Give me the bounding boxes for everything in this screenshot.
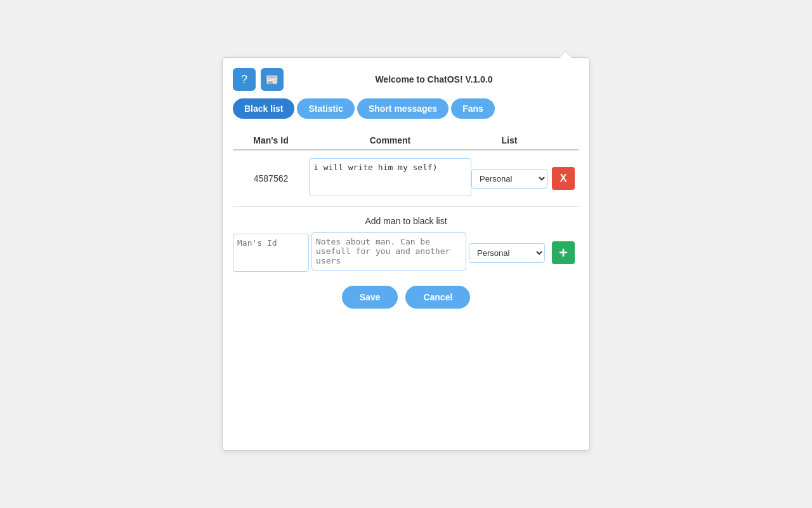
add-comment-input[interactable] (311, 232, 466, 271)
col-action (547, 135, 579, 145)
toolbar: ? 📰 Welcome to ChatOS! V.1.0.0 (233, 68, 579, 91)
add-button[interactable]: + (552, 241, 575, 264)
row-man-id: 4587562 (233, 173, 309, 184)
row-comment-input[interactable] (309, 158, 471, 196)
delete-button[interactable]: X (552, 167, 575, 190)
news-button[interactable]: 📰 (261, 68, 284, 91)
main-window: ? 📰 Welcome to ChatOS! V.1.0.0 Black lis… (222, 57, 590, 451)
add-list-cell: Personal Public (469, 243, 545, 263)
add-man-id-input[interactable] (233, 234, 309, 272)
row-delete-cell: X (547, 167, 579, 190)
row-comment-cell (309, 158, 471, 199)
row-list-select[interactable]: Personal Public (471, 169, 547, 189)
tab-bar: Black list Statistic Short messages Fans (233, 98, 579, 119)
col-man-id: Man's Id (233, 135, 309, 145)
cancel-button[interactable]: Cancel (405, 286, 470, 309)
tab-statistic[interactable]: Statistic (297, 98, 354, 119)
table-header: Man's Id Comment List (233, 131, 579, 150)
action-buttons: Save Cancel (233, 286, 579, 309)
add-comment-cell (311, 232, 466, 273)
add-row: Personal Public + (233, 232, 579, 273)
tab-fans[interactable]: Fans (451, 98, 495, 119)
tab-short-messages[interactable]: Short messages (357, 98, 449, 119)
row-list-cell: Personal Public (471, 169, 547, 189)
col-comment: Comment (309, 135, 471, 145)
table-row: 4587562 Personal Public X (233, 150, 579, 207)
app-title: Welcome to ChatOS! V.1.0.0 (289, 74, 579, 84)
add-man-id-cell (233, 234, 309, 272)
add-list-select[interactable]: Personal Public (469, 243, 545, 263)
help-button[interactable]: ? (233, 68, 256, 91)
col-list: List (471, 135, 547, 145)
save-button[interactable]: Save (342, 286, 398, 309)
add-btn-cell: + (547, 241, 579, 264)
add-section-title: Add man to black list (233, 207, 579, 232)
tab-black-list[interactable]: Black list (233, 98, 294, 119)
